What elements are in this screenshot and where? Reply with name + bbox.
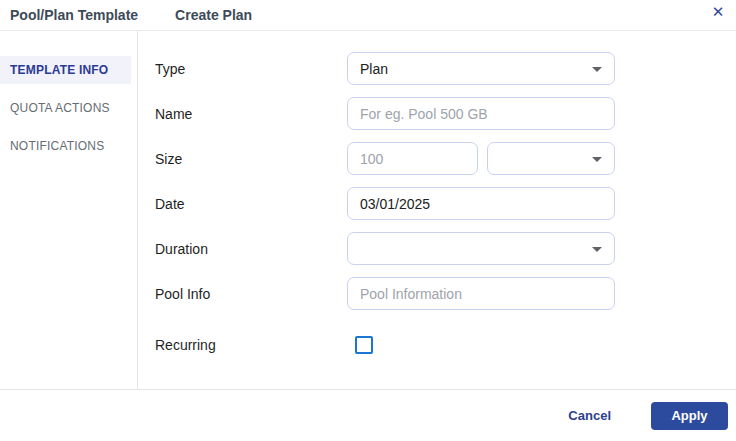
name-row: Name bbox=[138, 97, 736, 130]
sidebar: TEMPLATE INFO QUOTA ACTIONS NOTIFICATION… bbox=[0, 31, 138, 389]
date-label: Date bbox=[155, 196, 347, 212]
template-info-form: Type Name Size bbox=[138, 31, 736, 389]
duration-select[interactable] bbox=[347, 232, 615, 265]
type-select[interactable] bbox=[347, 52, 615, 85]
pool-info-input[interactable] bbox=[347, 277, 615, 310]
size-row: Size bbox=[138, 142, 736, 175]
dialog-body: TEMPLATE INFO QUOTA ACTIONS NOTIFICATION… bbox=[0, 31, 736, 389]
recurring-label: Recurring bbox=[155, 337, 347, 353]
duration-row: Duration bbox=[138, 232, 736, 265]
apply-button[interactable]: Apply bbox=[651, 402, 728, 430]
recurring-row: Recurring bbox=[138, 328, 736, 361]
size-input[interactable] bbox=[347, 142, 478, 175]
pool-info-label: Pool Info bbox=[155, 286, 347, 302]
name-input[interactable] bbox=[347, 97, 615, 130]
size-label: Size bbox=[155, 151, 347, 167]
size-unit-select[interactable] bbox=[487, 142, 615, 175]
type-row: Type bbox=[138, 52, 736, 85]
close-icon[interactable]: ✕ bbox=[707, 0, 729, 22]
cancel-button[interactable]: Cancel bbox=[568, 408, 611, 423]
type-label: Type bbox=[155, 61, 347, 77]
sidebar-item-notifications[interactable]: NOTIFICATIONS bbox=[0, 132, 131, 160]
recurring-checkbox[interactable] bbox=[355, 336, 373, 354]
dialog-subtitle: Create Plan bbox=[175, 7, 252, 23]
dialog-footer: Cancel Apply bbox=[0, 389, 736, 441]
sidebar-item-quota-actions[interactable]: QUOTA ACTIONS bbox=[0, 94, 131, 122]
sidebar-item-template-info[interactable]: TEMPLATE INFO bbox=[0, 56, 131, 84]
date-input[interactable] bbox=[347, 187, 615, 220]
dialog-header: Pool/Plan Template Create Plan ✕ bbox=[0, 0, 736, 31]
pool-info-row: Pool Info bbox=[138, 277, 736, 310]
name-label: Name bbox=[155, 106, 347, 122]
create-plan-dialog: Pool/Plan Template Create Plan ✕ TEMPLAT… bbox=[0, 0, 736, 441]
duration-label: Duration bbox=[155, 241, 347, 257]
date-row: Date bbox=[138, 187, 736, 220]
dialog-title: Pool/Plan Template bbox=[10, 7, 138, 23]
